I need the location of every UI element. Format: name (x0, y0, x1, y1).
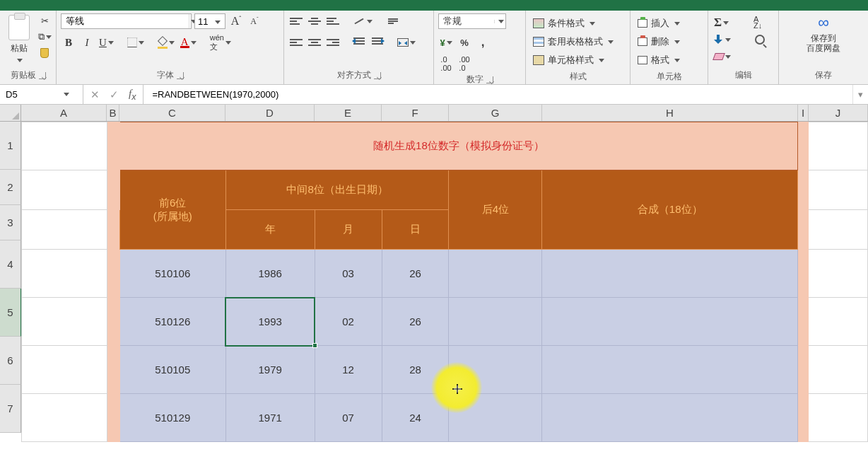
orientation-button[interactable] (351, 13, 374, 29)
select-all-corner[interactable] (0, 105, 21, 121)
align-right-button[interactable] (325, 35, 341, 50)
copy-button[interactable]: ⧉ (37, 30, 52, 44)
name-box[interactable] (0, 85, 83, 104)
underline-button[interactable]: U (98, 35, 115, 50)
hdr-year[interactable]: 年 (225, 210, 315, 250)
clear-button[interactable] (712, 49, 732, 64)
hdr-last4[interactable]: 后4位 (449, 170, 542, 250)
cell-J4[interactable] (809, 250, 868, 298)
italic-button[interactable]: I (79, 35, 95, 50)
fill-handle[interactable] (312, 343, 317, 348)
cell-A5[interactable] (22, 298, 107, 346)
align-middle-button[interactable] (307, 13, 322, 29)
fill-button[interactable] (712, 32, 732, 47)
cell-D5[interactable]: 1993 (225, 298, 315, 346)
cell-G5[interactable] (449, 298, 542, 346)
cell-F7[interactable]: 24 (382, 394, 449, 442)
hdr-area[interactable]: 前6位 (所属地) (119, 170, 225, 250)
cell-A1[interactable] (22, 122, 107, 170)
cell-G6[interactable] (449, 346, 542, 394)
font-size-select[interactable] (194, 13, 225, 29)
cell-E4[interactable]: 03 (315, 250, 382, 298)
cell-C6[interactable]: 510105 (119, 346, 225, 394)
decrease-font-button[interactable]: Aˇ (247, 13, 262, 29)
cell-F6[interactable]: 28 (382, 346, 449, 394)
paste-button[interactable]: 粘贴 (4, 13, 33, 65)
cell-I2[interactable] (798, 170, 809, 210)
cell-J2[interactable] (809, 170, 868, 210)
format-button[interactable]: 格式 (635, 52, 683, 69)
cell-I5[interactable] (798, 298, 809, 346)
align-left-button[interactable] (288, 35, 304, 50)
currency-button[interactable]: ¥ (438, 35, 454, 50)
cell-J7[interactable] (809, 394, 868, 442)
cell-I6[interactable] (798, 346, 809, 394)
sort-filter-button[interactable]: AZ↓ (750, 15, 766, 30)
cell-styles-button[interactable]: 单元格样式 (530, 52, 607, 69)
autosum-button[interactable]: Σ (712, 15, 730, 30)
cell-I7[interactable] (798, 394, 809, 442)
col-header-C[interactable]: C (119, 105, 225, 121)
cell-B4[interactable] (107, 250, 119, 298)
cell-B1[interactable] (107, 122, 119, 170)
cell-B2[interactable] (107, 170, 119, 210)
hdr-mid[interactable]: 中间8位（出生日期） (225, 170, 449, 210)
cell-I4[interactable] (798, 250, 809, 298)
font-size-input[interactable] (195, 16, 213, 27)
col-header-F[interactable]: F (382, 105, 449, 121)
cell-E6[interactable]: 12 (315, 346, 382, 394)
dialog-launcher-icon[interactable] (39, 72, 46, 79)
row-header-6[interactable]: 6 (0, 337, 21, 385)
font-name-select[interactable] (61, 13, 192, 29)
increase-font-button[interactable]: Aˆ (228, 13, 244, 29)
cell-A4[interactable] (22, 250, 107, 298)
dialog-launcher-icon[interactable] (486, 76, 493, 83)
cut-button[interactable]: ✂ (37, 13, 52, 28)
col-header-D[interactable]: D (225, 105, 315, 121)
enter-button[interactable]: ✓ (110, 88, 119, 101)
comma-button[interactable]: , (475, 35, 491, 50)
row-header-4[interactable]: 4 (0, 240, 21, 289)
name-box-input[interactable] (0, 89, 60, 100)
fill-color-button[interactable] (156, 35, 176, 50)
phonetic-button[interactable]: wén文 (209, 35, 233, 50)
cell-J6[interactable] (809, 346, 868, 394)
grid[interactable]: A B C D E F G H I J 1 2 3 4 5 6 7 随机生成 (0, 105, 868, 476)
dialog-launcher-icon[interactable] (374, 72, 381, 79)
cell-D4[interactable]: 1986 (225, 250, 315, 298)
expand-formula-bar[interactable]: ▾ (852, 85, 868, 104)
col-header-I[interactable]: I (798, 105, 809, 121)
col-header-H[interactable]: H (542, 105, 798, 121)
cancel-button[interactable]: ✕ (90, 88, 100, 101)
cell-G4[interactable] (449, 250, 542, 298)
percent-button[interactable]: % (457, 35, 472, 50)
align-center-button[interactable] (307, 35, 322, 50)
align-top-button[interactable] (288, 13, 304, 29)
decrease-indent-button[interactable] (351, 35, 367, 50)
find-select-button[interactable] (752, 32, 768, 47)
cell-D6[interactable]: 1979 (225, 346, 315, 394)
col-header-G[interactable]: G (449, 105, 542, 121)
hdr-day[interactable]: 日 (382, 210, 449, 250)
cell-J1[interactable] (809, 122, 868, 170)
row-header-5[interactable]: 5 (0, 289, 21, 337)
row-header-3[interactable]: 3 (0, 205, 21, 240)
cell-G7[interactable] (449, 394, 542, 442)
cell-H5[interactable] (542, 298, 798, 346)
cell-A2[interactable] (22, 170, 107, 210)
cell-J3[interactable] (809, 210, 868, 250)
cell-D7[interactable]: 1971 (225, 394, 315, 442)
cell-C7[interactable]: 510129 (119, 394, 225, 442)
insert-button[interactable]: 插入 (635, 15, 683, 32)
bold-button[interactable]: B (61, 35, 76, 50)
cell-title[interactable]: 随机生成18位数字（模拟身份证号） (119, 122, 797, 170)
cell-B3[interactable] (107, 210, 119, 250)
border-button[interactable] (126, 35, 146, 50)
dialog-launcher-icon[interactable] (177, 72, 184, 79)
decrease-decimal-button[interactable]: .00.0 (457, 56, 472, 71)
merge-button[interactable] (396, 35, 417, 50)
conditional-format-button[interactable]: 条件格式 (530, 15, 598, 32)
font-color-button[interactable]: A (179, 35, 198, 50)
increase-indent-button[interactable] (370, 35, 385, 50)
row-header-7[interactable]: 7 (0, 385, 21, 433)
